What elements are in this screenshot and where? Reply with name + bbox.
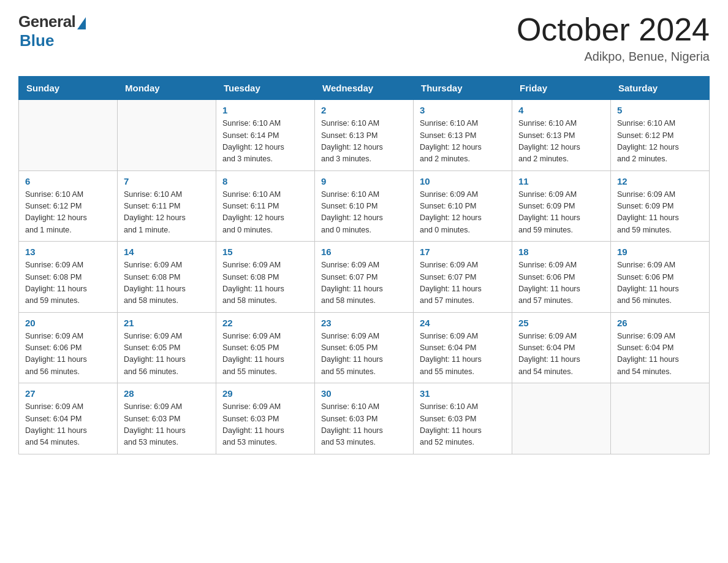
calendar-cell: 15Sunrise: 6:09 AMSunset: 6:08 PMDayligh… (216, 242, 315, 313)
calendar-cell: 5Sunrise: 6:10 AMSunset: 6:12 PMDaylight… (611, 100, 710, 171)
weekday-header-tuesday: Tuesday (216, 77, 315, 100)
day-info: Sunrise: 6:09 AMSunset: 6:03 PMDaylight:… (124, 401, 210, 449)
weekday-header-thursday: Thursday (414, 77, 512, 100)
calendar-cell: 26Sunrise: 6:09 AMSunset: 6:04 PMDayligh… (611, 312, 710, 383)
calendar-cell: 19Sunrise: 6:09 AMSunset: 6:06 PMDayligh… (611, 242, 710, 313)
day-number: 2 (321, 105, 407, 115)
day-number: 4 (518, 105, 604, 115)
week-row-1: 1Sunrise: 6:10 AMSunset: 6:14 PMDaylight… (19, 100, 710, 171)
day-info: Sunrise: 6:10 AMSunset: 6:10 PMDaylight:… (321, 189, 407, 237)
calendar-cell: 27Sunrise: 6:09 AMSunset: 6:04 PMDayligh… (19, 383, 118, 454)
day-info: Sunrise: 6:09 AMSunset: 6:08 PMDaylight:… (124, 259, 210, 307)
day-number: 11 (518, 176, 604, 186)
day-number: 7 (124, 176, 210, 186)
day-number: 12 (617, 176, 703, 186)
calendar-cell: 12Sunrise: 6:09 AMSunset: 6:09 PMDayligh… (611, 170, 710, 242)
calendar-cell: 18Sunrise: 6:09 AMSunset: 6:06 PMDayligh… (512, 242, 611, 313)
calendar-table: SundayMondayTuesdayWednesdayThursdayFrid… (18, 76, 710, 454)
day-number: 31 (420, 388, 506, 399)
calendar-cell: 28Sunrise: 6:09 AMSunset: 6:03 PMDayligh… (118, 383, 216, 454)
week-row-4: 20Sunrise: 6:09 AMSunset: 6:06 PMDayligh… (19, 312, 710, 383)
day-info: Sunrise: 6:09 AMSunset: 6:03 PMDaylight:… (222, 401, 308, 449)
calendar-cell: 1Sunrise: 6:10 AMSunset: 6:14 PMDaylight… (216, 100, 315, 171)
day-number: 14 (124, 247, 210, 257)
day-number: 25 (518, 318, 604, 328)
calendar-cell: 2Sunrise: 6:10 AMSunset: 6:13 PMDaylight… (315, 100, 414, 171)
day-info: Sunrise: 6:10 AMSunset: 6:11 PMDaylight:… (222, 189, 308, 237)
day-info: Sunrise: 6:09 AMSunset: 6:09 PMDaylight:… (617, 189, 703, 237)
day-number: 29 (222, 388, 308, 399)
day-info: Sunrise: 6:10 AMSunset: 6:13 PMDaylight:… (420, 118, 506, 166)
day-info: Sunrise: 6:09 AMSunset: 6:07 PMDaylight:… (321, 259, 407, 307)
weekday-header-monday: Monday (118, 77, 216, 100)
day-info: Sunrise: 6:09 AMSunset: 6:04 PMDaylight:… (518, 331, 604, 378)
day-info: Sunrise: 6:09 AMSunset: 6:09 PMDaylight:… (518, 189, 604, 237)
day-number: 5 (617, 105, 703, 115)
calendar-cell: 11Sunrise: 6:09 AMSunset: 6:09 PMDayligh… (512, 170, 611, 242)
day-number: 9 (321, 176, 407, 186)
day-number: 17 (420, 247, 506, 257)
calendar-cell (611, 383, 710, 454)
day-info: Sunrise: 6:10 AMSunset: 6:13 PMDaylight:… (321, 118, 407, 166)
day-info: Sunrise: 6:10 AMSunset: 6:03 PMDaylight:… (321, 401, 407, 449)
day-number: 18 (518, 247, 604, 257)
calendar-cell: 17Sunrise: 6:09 AMSunset: 6:07 PMDayligh… (414, 242, 512, 313)
day-number: 1 (222, 105, 308, 115)
day-info: Sunrise: 6:10 AMSunset: 6:11 PMDaylight:… (124, 189, 210, 237)
calendar-cell: 8Sunrise: 6:10 AMSunset: 6:11 PMDaylight… (216, 170, 315, 242)
day-number: 8 (222, 176, 308, 186)
logo-triangle-icon (77, 17, 86, 29)
logo-blue-text: Blue (20, 31, 54, 50)
day-info: Sunrise: 6:09 AMSunset: 6:05 PMDaylight:… (321, 331, 407, 378)
calendar-cell: 13Sunrise: 6:09 AMSunset: 6:08 PMDayligh… (19, 242, 118, 313)
calendar-cell: 24Sunrise: 6:09 AMSunset: 6:04 PMDayligh… (414, 312, 512, 383)
title-section: October 2024 Adikpo, Benue, Nigeria (517, 12, 710, 64)
day-number: 10 (420, 176, 506, 186)
day-info: Sunrise: 6:10 AMSunset: 6:12 PMDaylight:… (617, 118, 703, 166)
calendar-cell: 23Sunrise: 6:09 AMSunset: 6:05 PMDayligh… (315, 312, 414, 383)
day-info: Sunrise: 6:10 AMSunset: 6:14 PMDaylight:… (222, 118, 308, 166)
calendar-cell: 3Sunrise: 6:10 AMSunset: 6:13 PMDaylight… (414, 100, 512, 171)
weekday-header-sunday: Sunday (19, 77, 118, 100)
day-number: 21 (124, 318, 210, 328)
day-number: 24 (420, 318, 506, 328)
day-info: Sunrise: 6:10 AMSunset: 6:03 PMDaylight:… (420, 401, 506, 449)
day-info: Sunrise: 6:09 AMSunset: 6:08 PMDaylight:… (25, 259, 111, 307)
day-number: 22 (222, 318, 308, 328)
calendar-cell: 14Sunrise: 6:09 AMSunset: 6:08 PMDayligh… (118, 242, 216, 313)
weekday-header-friday: Friday (512, 77, 611, 100)
week-row-2: 6Sunrise: 6:10 AMSunset: 6:12 PMDaylight… (19, 170, 710, 242)
weekday-header-row: SundayMondayTuesdayWednesdayThursdayFrid… (19, 77, 710, 100)
day-info: Sunrise: 6:09 AMSunset: 6:10 PMDaylight:… (420, 189, 506, 237)
day-number: 28 (124, 388, 210, 399)
day-number: 20 (25, 318, 111, 328)
calendar-cell: 29Sunrise: 6:09 AMSunset: 6:03 PMDayligh… (216, 383, 315, 454)
week-row-3: 13Sunrise: 6:09 AMSunset: 6:08 PMDayligh… (19, 242, 710, 313)
calendar-cell: 25Sunrise: 6:09 AMSunset: 6:04 PMDayligh… (512, 312, 611, 383)
page-header: General Blue October 2024 Adikpo, Benue,… (18, 12, 710, 64)
day-info: Sunrise: 6:09 AMSunset: 6:04 PMDaylight:… (420, 331, 506, 378)
day-number: 19 (617, 247, 703, 257)
calendar-cell (19, 100, 118, 171)
day-number: 15 (222, 247, 308, 257)
day-number: 27 (25, 388, 111, 399)
weekday-header-saturday: Saturday (611, 77, 710, 100)
logo-top: General (18, 12, 86, 31)
calendar-title: October 2024 (517, 12, 710, 47)
day-number: 6 (25, 176, 111, 186)
calendar-cell: 20Sunrise: 6:09 AMSunset: 6:06 PMDayligh… (19, 312, 118, 383)
calendar-cell (512, 383, 611, 454)
day-info: Sunrise: 6:09 AMSunset: 6:06 PMDaylight:… (617, 259, 703, 307)
day-info: Sunrise: 6:09 AMSunset: 6:08 PMDaylight:… (222, 259, 308, 307)
day-info: Sunrise: 6:09 AMSunset: 6:05 PMDaylight:… (124, 331, 210, 378)
day-info: Sunrise: 6:09 AMSunset: 6:04 PMDaylight:… (617, 331, 703, 378)
logo-general-text: General (18, 12, 75, 31)
calendar-subtitle: Adikpo, Benue, Nigeria (517, 50, 710, 64)
calendar-cell (118, 100, 216, 171)
day-number: 13 (25, 247, 111, 257)
day-number: 16 (321, 247, 407, 257)
calendar-cell: 30Sunrise: 6:10 AMSunset: 6:03 PMDayligh… (315, 383, 414, 454)
calendar-cell: 6Sunrise: 6:10 AMSunset: 6:12 PMDaylight… (19, 170, 118, 242)
calendar-cell: 7Sunrise: 6:10 AMSunset: 6:11 PMDaylight… (118, 170, 216, 242)
calendar-cell: 31Sunrise: 6:10 AMSunset: 6:03 PMDayligh… (414, 383, 512, 454)
